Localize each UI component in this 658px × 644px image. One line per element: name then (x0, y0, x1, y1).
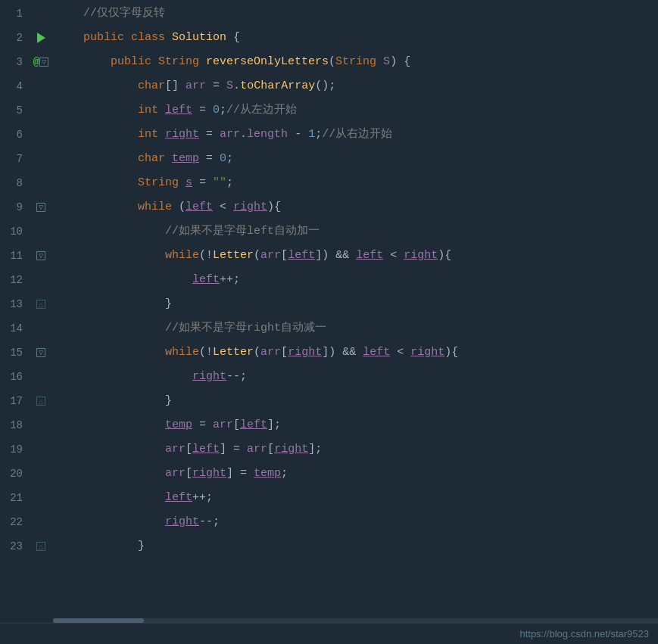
method-toCharArray: toCharArray (240, 74, 315, 98)
code-line-7: char temp = 0 ; (53, 147, 658, 171)
comment-1: //仅仅字母反转 (56, 2, 165, 26)
bracket-19b: [ (267, 437, 274, 462)
comment-6: //从右边开始 (322, 123, 392, 147)
num-1-6: 1 (308, 123, 315, 147)
indent-5 (56, 98, 138, 123)
kw-while-9: while (138, 195, 179, 219)
var-left-5: left (165, 98, 192, 123)
ln-13: 13 (0, 292, 23, 316)
scrollbar-thumb[interactable] (53, 618, 144, 623)
var-arr-19a: arr (165, 437, 186, 462)
fold-icon-13[interactable]: △ (36, 300, 45, 309)
gutter-3: @ ▽ (29, 50, 53, 74)
var-right-6: right (165, 123, 199, 147)
var-length-6: length (247, 123, 288, 147)
var-arr-18: arr (213, 413, 233, 437)
eq-5: = (192, 98, 213, 123)
var-arr-20: arr (165, 462, 186, 486)
kw-public-2: public (83, 26, 131, 50)
gutter-23: △ (29, 534, 53, 558)
var-temp-18: temp (165, 413, 192, 437)
kw-class: class (131, 26, 172, 50)
indent-2 (56, 26, 83, 50)
ln-18: 18 (0, 413, 23, 437)
indent-9 (56, 195, 138, 219)
gutter-15: ▽ (29, 341, 53, 365)
paren-15a: (! (199, 341, 213, 365)
lt-9: < (213, 195, 233, 219)
gutter-14 (29, 316, 53, 341)
code-line-2: public class Solution { (53, 26, 658, 50)
bracket-11a: [ (281, 244, 288, 268)
var-s-8: s (186, 171, 192, 195)
var-right-11: right (404, 244, 438, 268)
method-reverseOnlyLetters: reverseOnlyLetters (206, 50, 329, 74)
code-line-16: right --; (53, 365, 658, 389)
gutter-21 (29, 486, 53, 510)
lt-11: < (383, 244, 404, 268)
paren-9: ( (179, 195, 186, 219)
ln-14: 14 (0, 316, 23, 341)
kw-while-15: while (165, 341, 199, 365)
var-left-19: left (192, 437, 220, 462)
semi-4: (); (315, 74, 335, 98)
paren-11b: ( (254, 244, 260, 268)
bracket-11b: ]) && (315, 244, 356, 268)
gutter: @ ▽ ▽ ▽ △ ▽ △ (29, 0, 53, 623)
brace-close-23: } (138, 534, 145, 558)
num-0-5: 0 (213, 98, 220, 123)
code-line-18: temp = arr [ left ]; (53, 413, 658, 437)
code-line-21: left ++; (53, 486, 658, 510)
fold-icon-3[interactable]: ▽ (39, 58, 48, 67)
fold-icon-17[interactable]: △ (36, 397, 45, 406)
fold-icon-23[interactable]: △ (36, 542, 45, 551)
ln-6: 6 (0, 123, 23, 147)
gutter-9: ▽ (29, 195, 53, 219)
ln-16: 16 (0, 365, 23, 389)
var-arr-6: arr (220, 123, 240, 147)
indent-11 (56, 244, 165, 268)
brace-2: { (233, 26, 240, 50)
ln-11: 11 (0, 244, 23, 268)
indent-15 (56, 341, 165, 365)
watermark-text: https://blog.csdn.net/star9523 (519, 628, 649, 639)
incr-21: ++; (192, 486, 213, 510)
ln-1: 1 (0, 2, 23, 26)
kw-while-11: while (165, 244, 199, 268)
gutter-6 (29, 123, 53, 147)
indent-21 (56, 486, 165, 510)
bracket-semi-18: ]; (267, 413, 281, 437)
param-S: S (383, 50, 390, 74)
horizontal-scrollbar[interactable] (53, 618, 658, 623)
kw-string-8: String (138, 171, 186, 195)
var-right-22: right (165, 510, 199, 534)
semi-20: ; (281, 462, 288, 486)
fold-icon-15[interactable]: ▽ (36, 348, 45, 357)
dot-6: . (240, 123, 247, 147)
ln-12: 12 (0, 268, 23, 292)
ln-20: 20 (0, 462, 23, 486)
eq-8: = (192, 171, 213, 195)
brace-close-13: } (165, 292, 172, 316)
brace-11: ){ (438, 244, 451, 268)
indent-18 (56, 413, 165, 437)
eq-18: = (192, 413, 213, 437)
code-area: 1 2 3 4 5 6 7 8 9 10 11 12 13 14 15 16 1… (0, 0, 658, 623)
method-letter-11: Letter (213, 244, 254, 268)
ln-4: 4 (0, 74, 23, 98)
var-right-15b: right (410, 341, 444, 365)
var-left-11b: left (356, 244, 383, 268)
code-line-12: left ++; (53, 268, 658, 292)
gutter-5 (29, 98, 53, 123)
code-editor: 1 2 3 4 5 6 7 8 9 10 11 12 13 14 15 16 1… (0, 0, 658, 644)
brace-close-17: } (165, 389, 172, 413)
comment-10: //如果不是字母left自动加一 (56, 219, 320, 244)
fold-icon-11[interactable]: ▽ (36, 251, 45, 260)
semi-7: ; (226, 147, 233, 171)
ln-22: 22 (0, 510, 23, 534)
eq-4: = (206, 74, 226, 98)
indent-12 (56, 268, 192, 292)
kw-string-3: String (158, 50, 206, 74)
bracket-eq-19: ] = (220, 437, 247, 462)
fold-icon-9[interactable]: ▽ (36, 203, 45, 212)
